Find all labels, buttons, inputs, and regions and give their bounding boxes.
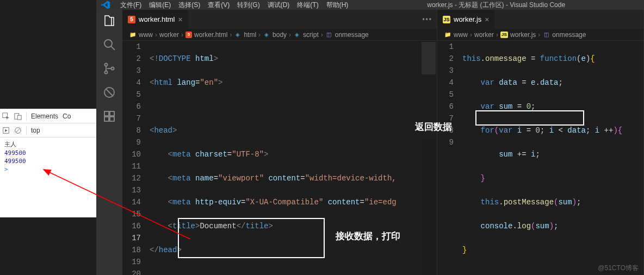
annotation-label-receive: 接收数据，打印 bbox=[336, 231, 400, 243]
menu-edit[interactable]: 编辑(E) bbox=[146, 0, 174, 10]
device-icon[interactable] bbox=[14, 112, 22, 120]
tag-icon: ◈ bbox=[263, 31, 270, 39]
svg-rect-13 bbox=[104, 111, 109, 116]
tab-label: worker.html bbox=[139, 15, 175, 23]
line-numbers: 123456789 bbox=[437, 41, 462, 275]
tab-more-icon[interactable]: ••• bbox=[418, 16, 437, 23]
breadcrumbs[interactable]: 📁www› worker› 5worker.html› ◈html› ◈body… bbox=[122, 29, 437, 41]
html5-icon: 5 bbox=[128, 16, 135, 23]
console-output: 主人 499500 499500 > bbox=[0, 138, 96, 176]
clear-icon[interactable] bbox=[14, 127, 22, 134]
js-icon: JS bbox=[500, 32, 508, 38]
context-top[interactable]: top bbox=[31, 127, 40, 134]
tab-worker-js[interactable]: JS worker.js × bbox=[437, 10, 494, 29]
code-content[interactable]: this.onmessage = function(e){ var data =… bbox=[462, 41, 643, 275]
svg-line-7 bbox=[111, 46, 115, 50]
svg-rect-14 bbox=[110, 111, 114, 116]
vscode-window: 文件(F) 编辑(E) 选择(S) 查看(V) 转到(G) 调试(D) 终端(T… bbox=[96, 0, 644, 275]
annotation-label-return: 返回数据 bbox=[415, 121, 452, 133]
html5-icon: 5 bbox=[185, 32, 192, 38]
cube-icon: ◫ bbox=[325, 31, 333, 39]
menu-terminal[interactable]: 终端(T) bbox=[294, 0, 321, 10]
code-editor-1[interactable]: 1234567891011121314151617181920 <!DOCTYP… bbox=[122, 41, 437, 275]
svg-point-9 bbox=[105, 71, 108, 74]
line-numbers: 1234567891011121314151617181920 bbox=[122, 41, 150, 275]
tab-label: worker.js bbox=[454, 15, 481, 23]
menu-debug[interactable]: 调试(D) bbox=[264, 0, 293, 10]
scm-icon[interactable] bbox=[103, 62, 116, 75]
svg-point-10 bbox=[112, 67, 114, 70]
tab-worker-html[interactable]: 5 worker.html × bbox=[122, 10, 188, 29]
folder-icon: 📁 bbox=[444, 31, 451, 39]
minimap[interactable] bbox=[420, 41, 437, 275]
svg-line-12 bbox=[106, 89, 113, 96]
devtools-toolbar: Elements Co bbox=[0, 109, 96, 123]
console-line: 499500 bbox=[2, 149, 94, 157]
explorer-icon[interactable] bbox=[103, 14, 116, 27]
menu-goto[interactable]: 转到(G) bbox=[234, 0, 263, 10]
svg-rect-16 bbox=[110, 117, 114, 121]
console-prompt[interactable]: > bbox=[2, 165, 94, 173]
menu-select[interactable]: 选择(S) bbox=[175, 0, 203, 10]
menu-help[interactable]: 帮助(H) bbox=[323, 0, 352, 10]
editor-group-2: JS worker.js × 📁www› worker› JSworker.js… bbox=[437, 10, 644, 275]
play-icon[interactable] bbox=[2, 127, 10, 134]
tab-console-cut[interactable]: Co bbox=[63, 112, 71, 120]
search-icon[interactable] bbox=[103, 38, 116, 51]
js-icon: JS bbox=[443, 16, 450, 23]
close-icon[interactable]: × bbox=[485, 15, 489, 24]
extensions-icon[interactable] bbox=[103, 110, 116, 123]
menubar: 文件(F) 编辑(E) 选择(S) 查看(V) 转到(G) 调试(D) 终端(T… bbox=[96, 0, 644, 10]
svg-rect-15 bbox=[104, 117, 109, 121]
breadcrumbs[interactable]: 📁www› worker› JSworker.js› ◫onmessage bbox=[437, 29, 643, 41]
cube-icon: ◫ bbox=[542, 31, 550, 39]
tag-icon: ◈ bbox=[234, 31, 242, 39]
window-title: worker.js - 无标题 (工作区) - Visual Studio Co… bbox=[352, 1, 640, 10]
menu-file[interactable]: 文件(F) bbox=[117, 0, 145, 10]
editor-group-1: 5 worker.html × ••• 📁www› worker› 5worke… bbox=[122, 10, 437, 275]
code-editor-2[interactable]: 123456789 this.onmessage = function(e){ … bbox=[437, 41, 643, 275]
menu-view[interactable]: 查看(V) bbox=[205, 0, 233, 10]
console-toolbar: top bbox=[0, 123, 96, 138]
close-icon[interactable]: × bbox=[178, 15, 182, 24]
svg-line-5 bbox=[16, 128, 20, 132]
watermark: @51CTO博客 bbox=[598, 264, 639, 273]
annotation-box-receive bbox=[178, 218, 325, 258]
console-line: 499500 bbox=[2, 157, 94, 165]
folder-icon: 📁 bbox=[129, 31, 137, 39]
activitybar bbox=[96, 10, 122, 275]
svg-point-8 bbox=[105, 64, 108, 66]
console-line: 主人 bbox=[2, 140, 94, 149]
devtools-panel: Elements Co top 主人 499500 499500 > bbox=[0, 109, 96, 217]
svg-point-6 bbox=[104, 40, 112, 47]
tab-elements[interactable]: Elements bbox=[31, 112, 58, 120]
svg-rect-2 bbox=[17, 115, 21, 120]
vscode-logo-icon bbox=[101, 0, 110, 10]
annotation-box-return bbox=[475, 110, 584, 126]
debug-icon[interactable] bbox=[103, 86, 116, 99]
inspect-icon[interactable] bbox=[2, 112, 10, 120]
tag-icon: ◈ bbox=[293, 31, 301, 39]
